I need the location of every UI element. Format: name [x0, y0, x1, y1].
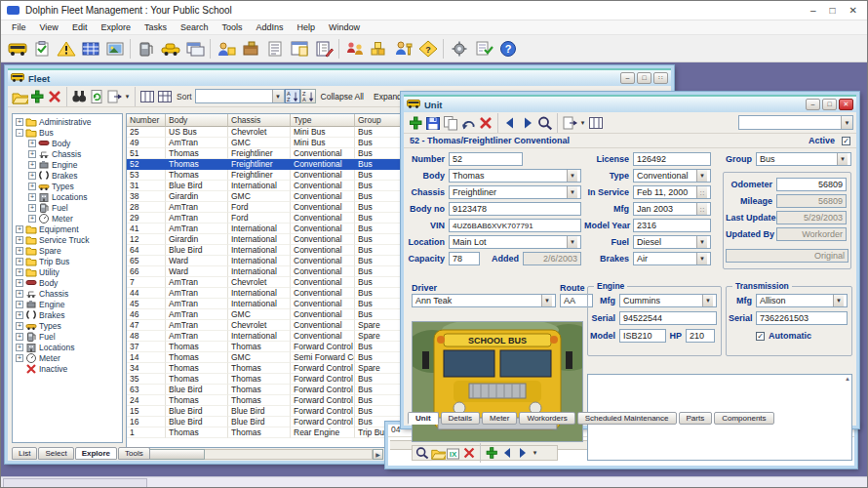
calendar-icon[interactable]: ∷ [696, 186, 707, 198]
engine-serial-field[interactable]: 94522544 [619, 311, 717, 325]
alert-toolbar-button[interactable] [54, 37, 78, 61]
unit-tab-meter[interactable]: Meter [482, 412, 517, 425]
menu-help[interactable]: Help [291, 22, 323, 32]
vin-field[interactable]: 4UZ6BAB6XVK707791 [449, 219, 581, 232]
model-year-field[interactable]: 2316 [633, 219, 711, 232]
tree-expander-icon[interactable]: + [16, 322, 23, 330]
brakes-dropdown[interactable]: Air▼ [633, 252, 711, 265]
body-no-field[interactable]: 9123478 [449, 202, 581, 216]
fleet-tab-explore[interactable]: Explore [75, 447, 117, 460]
zoom-icon[interactable] [536, 114, 554, 132]
tree-item-brakes[interactable]: +Brakes [13, 309, 122, 320]
tree-item-service-truck[interactable]: +Service Truck [13, 234, 122, 245]
menu-explore[interactable]: Explore [94, 22, 138, 32]
fleet-minimize-button[interactable]: – [620, 72, 635, 84]
photo-toolbar-button[interactable] [102, 37, 127, 61]
delete-icon[interactable] [461, 446, 477, 461]
employees-toolbar-button[interactable] [342, 37, 367, 61]
tree-item-types[interactable]: +Types [13, 181, 122, 191]
report-toolbar-button[interactable] [471, 37, 495, 61]
tree-item-fuel[interactable]: +Fuel [13, 202, 122, 213]
tree-item-body[interactable]: +Body [13, 138, 122, 148]
unit-title-bar[interactable]: Unit – □ ✕ [404, 95, 856, 112]
columns-icon[interactable] [587, 114, 605, 132]
chevron-down-icon[interactable]: ▼ [696, 170, 707, 182]
groupby-icon[interactable] [156, 88, 174, 105]
in-service-field[interactable]: Feb 11, 2000∷ [633, 185, 711, 199]
fleet-title-bar[interactable]: Fleet – □ ∷ [8, 68, 671, 86]
tree-expander-icon[interactable]: + [16, 301, 23, 308]
odometer-field[interactable]: 56809 [776, 178, 847, 191]
maximize-button[interactable]: □ [830, 5, 836, 16]
engine-mfg-dropdown[interactable]: Cummins▼ [619, 294, 717, 307]
open-folder-icon[interactable] [11, 88, 28, 105]
chevron-down-icon[interactable]: ▼ [696, 253, 707, 264]
copy-icon[interactable] [442, 114, 459, 132]
chevron-down-icon[interactable]: ▾ [123, 93, 132, 101]
tree-expander-icon[interactable]: + [16, 268, 23, 276]
fleet-tab-list[interactable]: List [12, 447, 37, 460]
fuel-toolbar-button[interactable] [134, 37, 158, 61]
tree-item-spare[interactable]: +Spare [13, 245, 122, 256]
column-header-body[interactable]: Body [166, 114, 228, 127]
tree-item-bus[interactable]: -Bus [13, 127, 122, 138]
tree-expander-icon[interactable]: + [16, 333, 23, 341]
fleet-tab-select[interactable]: Select [38, 447, 73, 460]
tree-expander-icon[interactable]: + [16, 247, 23, 255]
license-field[interactable]: 126492 [633, 152, 711, 166]
tree-item-utility[interactable]: +Utility [13, 266, 122, 277]
capacity-field[interactable]: 78 [449, 252, 480, 265]
tree-item-types[interactable]: +Types [13, 320, 122, 331]
prev-icon[interactable] [501, 114, 519, 132]
tree-expander-icon[interactable]: + [16, 236, 23, 244]
window-toolbar-button[interactable] [182, 37, 207, 61]
columns-icon[interactable] [138, 88, 156, 105]
menu-window[interactable]: Window [322, 22, 367, 32]
tree-expander-icon[interactable]: + [28, 215, 36, 223]
transmission-mfg-dropdown[interactable]: Allison▼ [756, 294, 848, 307]
column-header-type[interactable]: Type [291, 114, 355, 127]
inventory-toolbar-button[interactable] [238, 37, 262, 61]
minimize-button[interactable]: – [810, 5, 816, 16]
undo-icon[interactable] [459, 114, 477, 132]
fleet-tab-tools[interactable]: Tools [118, 447, 150, 460]
inspection-toolbar-button[interactable] [29, 37, 54, 61]
tree-item-fuel[interactable]: +Fuel [13, 331, 122, 342]
utilities-toolbar-button[interactable] [78, 37, 102, 61]
add-icon[interactable] [484, 446, 499, 461]
sort-combobox[interactable]: ▼ [195, 89, 285, 103]
chevron-down-icon[interactable]: ▾ [531, 449, 539, 457]
fleet-table-hscrollbar[interactable]: ◀ ▶ [126, 449, 383, 460]
tree-item-locations[interactable]: +Locations [13, 342, 122, 352]
collapse-all-button[interactable]: Collapse All [321, 92, 364, 102]
help-toolbar-button[interactable]: ? [495, 37, 520, 61]
unit-tab-unit[interactable]: Unit [408, 412, 439, 425]
unit-tab-parts[interactable]: Parts [679, 412, 713, 425]
save-icon[interactable] [424, 114, 442, 132]
tree-item-brakes[interactable]: +Brakes [13, 170, 122, 181]
menu-view[interactable]: View [33, 22, 65, 32]
tree-item-engine[interactable]: +Engine [13, 159, 122, 170]
sort-descending-button[interactable]: ZA [300, 89, 316, 103]
tree-expander-icon[interactable]: + [16, 344, 23, 351]
type-dropdown[interactable]: Conventional▼ [633, 169, 711, 183]
tree-expander-icon[interactable]: + [16, 118, 23, 126]
column-header-chassis[interactable]: Chassis [228, 114, 291, 127]
tree-expander-icon[interactable]: + [16, 258, 23, 265]
tree-item-meter[interactable]: +Meter [13, 352, 122, 363]
body-dropdown[interactable]: Thomas▼ [449, 169, 581, 183]
tree-expander-icon[interactable]: + [16, 279, 23, 287]
tree-expander-icon[interactable]: + [16, 354, 23, 362]
tree-item-chassis[interactable]: +Chassis [13, 288, 122, 299]
chevron-down-icon[interactable]: ▼ [567, 170, 577, 182]
bus-toolbar-button[interactable] [5, 37, 29, 61]
active-checkbox[interactable]: ✓ [842, 137, 850, 145]
tree-item-meter[interactable]: +Meter [13, 213, 122, 224]
personnel-toolbar-button[interactable] [214, 37, 238, 61]
export-icon[interactable] [105, 88, 123, 105]
chevron-down-icon[interactable]: ▼ [833, 295, 844, 306]
refresh-icon[interactable] [88, 88, 105, 105]
close-button[interactable]: ✕ [849, 5, 857, 16]
group-dropdown[interactable]: Bus▼ [756, 152, 851, 166]
tree-expander-icon[interactable]: + [28, 161, 36, 169]
